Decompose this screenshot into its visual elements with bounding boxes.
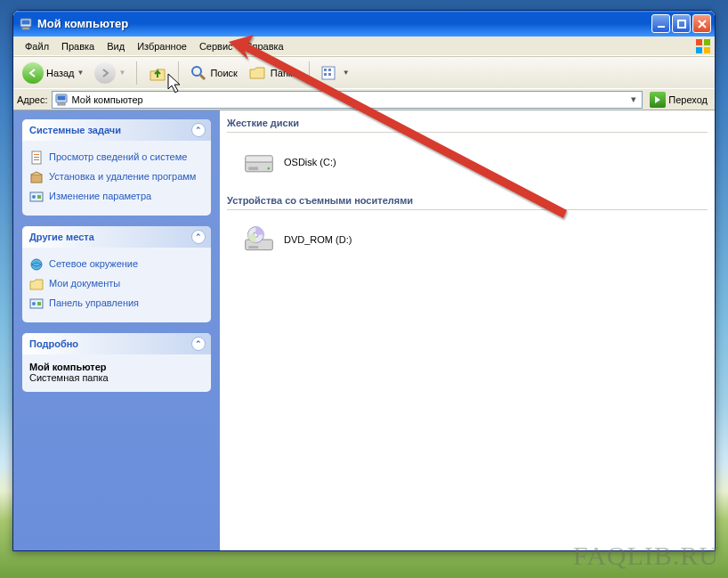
svg-rect-3 (658, 26, 665, 28)
windows-logo-icon (695, 38, 711, 54)
up-button[interactable] (144, 61, 171, 85)
main-area: Жесткие диски OSDisk (C:) Устройства со … (220, 110, 715, 550)
svg-point-9 (192, 67, 201, 76)
folder-icon (29, 277, 44, 291)
dropdown-arrow-icon: ▼ (118, 69, 125, 77)
panel-system-tasks: Системные задачи ⌃ Просмотр сведений о с… (22, 119, 211, 216)
views-icon (320, 64, 340, 82)
svg-rect-22 (31, 175, 42, 183)
chevron-up-icon[interactable]: ⌃ (191, 123, 206, 137)
computer-icon (19, 17, 33, 31)
box-icon (29, 170, 44, 184)
minimize-button[interactable] (651, 14, 670, 33)
search-label: Поиск (210, 68, 237, 78)
dvdrom-icon (243, 226, 275, 253)
content-area: Системные задачи ⌃ Просмотр сведений о с… (13, 110, 715, 550)
menu-help[interactable]: Справка (239, 39, 290, 53)
menu-service[interactable]: Сервис (193, 39, 239, 53)
folders-label: Папки (271, 68, 298, 78)
task-link-sysinfo[interactable]: Просмотр сведений о системе (29, 148, 204, 167)
toolbar-separator (136, 61, 137, 85)
panel-header[interactable]: Подробно ⌃ (22, 333, 211, 354)
folders-icon (248, 64, 268, 82)
chevron-up-icon[interactable]: ⌃ (191, 337, 206, 351)
panel-title: Другие места (29, 232, 94, 242)
drive-label: OSDisk (C:) (284, 157, 336, 167)
panel-header[interactable]: Другие места ⌃ (22, 226, 211, 248)
drive-item-c[interactable]: OSDisk (C:) (227, 145, 708, 193)
detail-name: Мой компьютер (29, 362, 204, 372)
panel-header[interactable]: Системные задачи ⌃ (22, 119, 211, 141)
forward-button[interactable]: ▼ (91, 61, 129, 85)
folders-button[interactable]: Папки (245, 61, 302, 85)
toolbar-separator (309, 61, 310, 85)
titlebar[interactable]: Мой компьютер (13, 11, 715, 37)
svg-point-28 (32, 302, 36, 305)
panel-title: Системные задачи (29, 125, 121, 135)
svg-rect-16 (57, 95, 65, 100)
svg-rect-14 (328, 73, 331, 76)
svg-rect-20 (34, 157, 39, 158)
network-icon (29, 257, 44, 272)
group-header-removable: Устройства со съемными носителями (227, 193, 708, 210)
task-link-addremove[interactable]: Установка и удаление программ (29, 167, 204, 187)
controlpanel-icon (29, 190, 44, 204)
place-link-network[interactable]: Сетевое окружение (29, 255, 204, 274)
close-button[interactable] (692, 14, 711, 33)
back-button[interactable]: Назад ▼ (19, 61, 87, 85)
panel-title: Подробно (29, 338, 78, 349)
svg-rect-21 (34, 159, 39, 160)
folder-up-icon (148, 63, 167, 83)
place-link-label: Сетевое окружение (49, 257, 138, 270)
svg-rect-25 (37, 195, 41, 199)
panel-other-places: Другие места ⌃ Сетевое окружение Мои док… (22, 226, 211, 322)
svg-rect-6 (704, 39, 710, 45)
menu-view[interactable]: Вид (101, 39, 131, 53)
svg-rect-5 (696, 39, 702, 45)
place-link-controlpanel[interactable]: Панель управления (29, 294, 204, 313)
hdd-icon (243, 149, 275, 175)
svg-rect-2 (22, 28, 29, 29)
place-link-mydocs[interactable]: Мои документы (29, 274, 204, 294)
task-link-changesetting[interactable]: Изменение параметра (29, 187, 204, 207)
forward-arrow-icon (94, 62, 116, 84)
svg-rect-19 (34, 154, 39, 155)
drive-item-d[interactable]: DVD_ROM (D:) (227, 223, 708, 271)
group-header-hdd: Жесткие диски (227, 116, 708, 133)
svg-rect-11 (324, 69, 327, 71)
svg-rect-33 (248, 167, 258, 170)
address-dropdown-icon[interactable]: ▾ (627, 94, 640, 105)
addressbar: Адрес: Мой компьютер ▾ Переход (13, 88, 715, 110)
chevron-up-icon[interactable]: ⌃ (191, 230, 206, 244)
svg-rect-7 (696, 47, 702, 53)
svg-rect-35 (248, 246, 258, 248)
svg-point-32 (267, 167, 270, 170)
back-label: Назад (46, 68, 75, 78)
dropdown-arrow-icon: ▼ (343, 69, 350, 77)
place-link-label: Мои документы (49, 277, 120, 289)
computer-icon (54, 93, 69, 107)
svg-rect-8 (704, 47, 710, 53)
dropdown-arrow-icon: ▼ (77, 69, 85, 77)
task-sidebar: Системные задачи ⌃ Просмотр сведений о с… (13, 110, 220, 550)
explorer-window: Мой компьютер Файл Правка Вид Избранное … (12, 10, 716, 551)
toolbar: Назад ▼ ▼ Поиск (13, 56, 715, 88)
menu-favorites[interactable]: Избранное (131, 39, 193, 53)
svg-rect-1 (22, 20, 30, 24)
maximize-button[interactable] (672, 14, 691, 33)
search-button[interactable]: Поиск (186, 61, 240, 85)
menu-file[interactable]: Файл (19, 39, 55, 53)
go-button[interactable]: Переход (646, 91, 711, 109)
svg-rect-4 (678, 20, 685, 28)
svg-rect-13 (324, 73, 327, 76)
window-title: Мой компьютер (37, 17, 650, 30)
controlpanel-icon (29, 297, 44, 311)
address-label: Адрес: (17, 94, 48, 105)
svg-rect-31 (246, 156, 273, 162)
views-button[interactable]: ▼ (317, 61, 353, 85)
search-icon (190, 64, 207, 82)
menu-edit[interactable]: Правка (55, 39, 101, 53)
address-input[interactable]: Мой компьютер ▾ (52, 91, 643, 109)
watermark: FAQLIB.RU (573, 541, 719, 571)
place-link-label: Панель управления (49, 297, 139, 309)
